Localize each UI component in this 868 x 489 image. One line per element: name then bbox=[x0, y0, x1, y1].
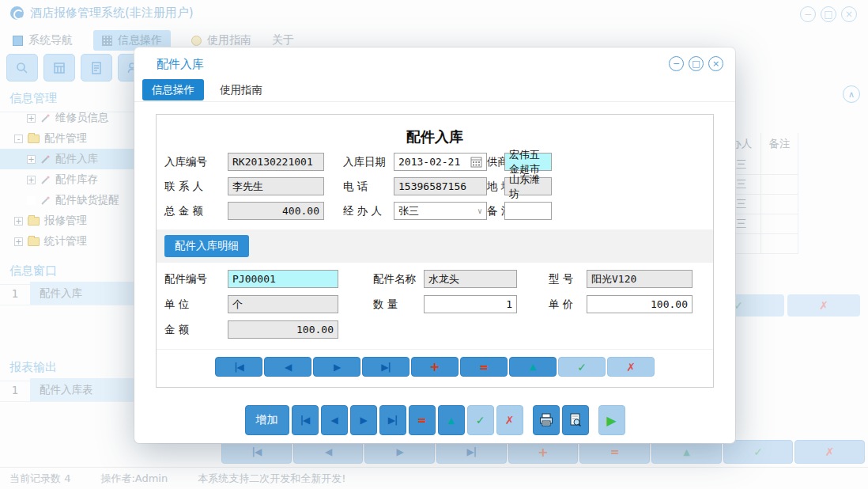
stock-no-label: 入库编号 bbox=[164, 155, 228, 169]
tree-label: 配件库存 bbox=[55, 172, 98, 187]
tree-label: 配件管理 bbox=[44, 131, 87, 146]
wand-icon bbox=[40, 113, 51, 123]
collapse-expand-icon[interactable]: - bbox=[14, 135, 23, 143]
close-icon: × bbox=[712, 59, 719, 69]
handler-select[interactable]: 张三 ∨ bbox=[394, 202, 487, 220]
bg-nav-cancel-button[interactable]: ✗ bbox=[794, 440, 865, 464]
print-preview-button[interactable] bbox=[562, 405, 589, 435]
dialog-tab-info-operation[interactable]: 信息操作 bbox=[142, 79, 204, 100]
bg-nav-edit-button[interactable]: ▲ bbox=[651, 440, 722, 464]
tree-label: 维修员信息 bbox=[55, 111, 109, 125]
dialog-restore-button[interactable]: □ bbox=[689, 56, 704, 71]
expand-icon[interactable]: + bbox=[27, 155, 36, 164]
status-note: 本系统支持二次开发和全新开发! bbox=[198, 472, 345, 486]
app-title: 酒店报修管理系统(非注册用户) bbox=[30, 6, 194, 21]
bg-nav-first-button[interactable]: |◀ bbox=[221, 440, 292, 464]
detail-delete-button[interactable]: = bbox=[460, 357, 508, 377]
panel-collapse-button[interactable]: ∧ bbox=[843, 85, 860, 103]
contact-field[interactable]: 李先生 bbox=[228, 177, 324, 195]
nav-prev-button[interactable]: ◀ bbox=[321, 405, 348, 435]
row-index: 1 bbox=[0, 378, 30, 401]
row-index: 1 bbox=[0, 282, 30, 305]
bg-nav-post-button[interactable]: ✓ bbox=[723, 440, 794, 464]
window-close-button[interactable]: × bbox=[841, 6, 857, 22]
triangle-icon: ▲ bbox=[530, 362, 536, 372]
bg-nav-delete-button[interactable]: = bbox=[579, 440, 650, 464]
chevron-down-icon[interactable]: ∨ bbox=[477, 207, 482, 215]
search-button[interactable] bbox=[6, 54, 38, 82]
phone-field[interactable]: 15396587156 bbox=[394, 177, 487, 195]
prev-icon: ◀ bbox=[285, 362, 291, 373]
nav-delete-button[interactable]: = bbox=[409, 405, 436, 435]
qty-field[interactable]: 1 bbox=[424, 295, 517, 313]
table-icon bbox=[52, 61, 66, 75]
detail-post-button[interactable]: ✓ bbox=[558, 357, 606, 377]
dialog-tab-user-guide[interactable]: 使用指南 bbox=[210, 79, 272, 101]
window-maximize-button[interactable]: □ bbox=[821, 6, 836, 22]
background-navigator: |◀ ◀ ▶ ▶| + = ▲ ✓ ✗ bbox=[221, 440, 865, 464]
detail-last-button[interactable]: ▶| bbox=[362, 357, 409, 377]
minus-icon: = bbox=[417, 414, 427, 426]
dialog-tab-bar: 信息操作 使用指南 bbox=[134, 79, 735, 102]
calendar-icon[interactable] bbox=[470, 156, 482, 168]
play-icon: ▶ bbox=[606, 413, 616, 428]
tab-system-navigation[interactable]: 系统导航 bbox=[13, 33, 73, 47]
background-cancel-button[interactable]: ✗ bbox=[787, 294, 860, 317]
detail-prev-button[interactable]: ◀ bbox=[264, 357, 311, 377]
qty-label: 数 量 bbox=[373, 298, 424, 312]
parts-inbound-dialog: 配件入库 − □ × 信息操作 使用指南 配件入库 入库编号 RK2013022… bbox=[134, 47, 735, 443]
detail-insert-button[interactable]: + bbox=[411, 357, 459, 377]
nav-last-button[interactable]: ▶| bbox=[379, 405, 406, 435]
preview-icon bbox=[568, 412, 583, 428]
stock-no-field[interactable]: RK20130221001 bbox=[228, 153, 324, 171]
dialog-close-button[interactable]: × bbox=[708, 56, 723, 71]
stock-date-field[interactable]: 2013-02-21 bbox=[394, 153, 487, 171]
expand-icon[interactable]: + bbox=[27, 176, 36, 184]
nav-post-button[interactable]: ✓ bbox=[467, 405, 494, 435]
window-minimize-button[interactable]: − bbox=[800, 6, 816, 22]
tab-about[interactable]: 关于 bbox=[272, 33, 294, 47]
add-button[interactable]: 增加 bbox=[245, 405, 289, 435]
detail-first-button[interactable]: |◀ bbox=[215, 357, 262, 377]
run-button[interactable]: ▶ bbox=[598, 405, 625, 435]
total-field[interactable]: 400.00 bbox=[228, 202, 324, 220]
remark-field[interactable] bbox=[504, 202, 552, 220]
supplier-label: 供商名称 bbox=[487, 155, 504, 169]
expand-icon[interactable]: + bbox=[14, 237, 23, 246]
plus-icon: + bbox=[429, 359, 440, 374]
nav-next-button[interactable]: ▶ bbox=[350, 405, 377, 435]
remark-label: 备 注 bbox=[487, 204, 504, 218]
first-icon: |◀ bbox=[300, 415, 310, 426]
expand-icon[interactable]: + bbox=[14, 217, 23, 226]
bg-nav-next-button[interactable]: ▶ bbox=[364, 440, 435, 464]
table-button[interactable] bbox=[43, 54, 75, 82]
price-field[interactable]: 100.00 bbox=[587, 295, 693, 313]
address-field[interactable]: 山东潍坊 bbox=[504, 177, 552, 195]
supplier-field[interactable]: 宏伟五金超市 bbox=[504, 153, 552, 171]
dialog-minimize-button[interactable]: − bbox=[669, 56, 684, 71]
nav-first-button[interactable]: |◀ bbox=[292, 405, 319, 435]
part-name-field[interactable]: 水龙头 bbox=[424, 270, 517, 288]
expand-icon[interactable]: + bbox=[27, 114, 36, 123]
nav-cancel-button[interactable]: ✗ bbox=[496, 405, 523, 435]
bg-nav-insert-button[interactable]: + bbox=[508, 440, 579, 464]
bg-nav-prev-button[interactable]: ◀ bbox=[293, 440, 364, 464]
last-icon: ▶| bbox=[388, 415, 398, 426]
part-no-field[interactable]: PJ00001 bbox=[228, 270, 338, 288]
detail-navigator: |◀ ◀ ▶ ▶| + = ▲ ✓ ✗ bbox=[157, 349, 713, 377]
model-field[interactable]: 阳光V120 bbox=[587, 270, 693, 288]
unit-field[interactable]: 个 bbox=[228, 295, 338, 313]
date-value: 2013-02-21 bbox=[398, 156, 460, 168]
detail-cancel-button[interactable]: ✗ bbox=[607, 357, 655, 377]
cell bbox=[761, 175, 798, 194]
amount-field[interactable]: 100.00 bbox=[228, 320, 338, 339]
bg-nav-last-button[interactable]: ▶| bbox=[436, 440, 507, 464]
print-button[interactable] bbox=[533, 405, 560, 435]
tab-user-guide[interactable]: 使用指南 bbox=[191, 33, 251, 47]
wand-icon bbox=[40, 195, 51, 206]
detail-next-button[interactable]: ▶ bbox=[313, 357, 360, 377]
nav-edit-button[interactable]: ▲ bbox=[438, 405, 465, 435]
document-icon bbox=[89, 61, 104, 75]
detail-edit-button[interactable]: ▲ bbox=[509, 357, 557, 377]
document-button[interactable] bbox=[81, 54, 112, 82]
